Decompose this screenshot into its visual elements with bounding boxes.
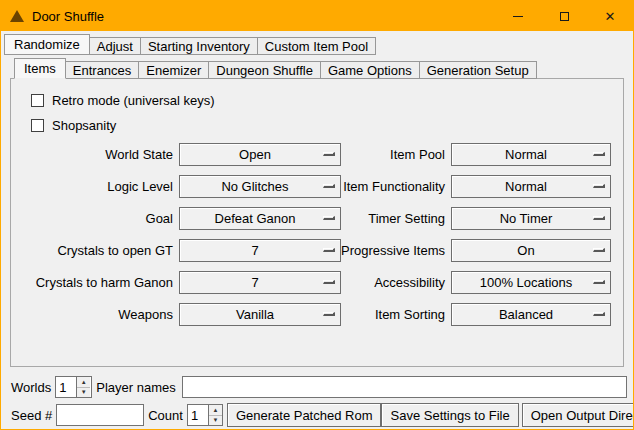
retro-mode-checkbox[interactable]	[31, 94, 44, 107]
tab-dungeon-shuffle[interactable]: Dungeon Shuffle	[208, 61, 321, 79]
shopsanity-row: Shopsanity	[31, 118, 613, 133]
dropdown-indicator-icon	[323, 312, 335, 316]
crystals-ganon-label: Crystals to harm Ganon	[23, 275, 173, 290]
dropdown-indicator-icon	[323, 216, 335, 220]
tab-entrances[interactable]: Entrances	[65, 61, 140, 79]
field-row: Crystals to open GT 7	[23, 239, 341, 262]
item-sorting-dropdown[interactable]: Balanced	[451, 303, 611, 326]
field-row: Item Functionality Normal	[341, 175, 611, 198]
tab-starting-inventory[interactable]: Starting Inventory	[140, 37, 258, 55]
worlds-label: Worlds	[11, 380, 51, 395]
field-row: Item Pool Normal	[341, 143, 611, 166]
item-functionality-dropdown[interactable]: Normal	[451, 175, 611, 198]
worlds-spin-buttons: ▲ ▼	[76, 377, 90, 397]
worlds-input[interactable]	[56, 377, 76, 397]
progressive-items-dropdown[interactable]: On	[451, 239, 611, 262]
spin-up-icon[interactable]: ▲	[77, 377, 90, 387]
count-label: Count	[148, 408, 183, 423]
outer-tabbar: Randomize Adjust Starting Inventory Cust…	[4, 34, 633, 55]
field-row: Item Sorting Balanced	[341, 303, 611, 326]
app-icon	[10, 10, 24, 22]
items-pane: Retro mode (universal keys) Shopsanity W…	[10, 78, 624, 367]
dropdown-indicator-icon	[593, 312, 605, 316]
seed-label: Seed #	[11, 408, 52, 423]
player-names-label: Player names	[96, 380, 175, 395]
tab-randomize[interactable]: Randomize	[4, 34, 90, 55]
minimize-button[interactable]	[495, 1, 541, 31]
shopsanity-label: Shopsanity	[52, 118, 116, 133]
minimize-icon	[513, 16, 523, 17]
goal-dropdown[interactable]: Defeat Ganon	[179, 207, 341, 230]
option-fields: World State Open Logic Level No Glitches…	[23, 143, 613, 335]
shopsanity-checkbox[interactable]	[31, 119, 44, 132]
item-sorting-label: Item Sorting	[341, 307, 445, 322]
dropdown-indicator-icon	[593, 248, 605, 252]
field-row: Accessibility 100% Locations	[341, 271, 611, 294]
world-state-label: World State	[23, 147, 173, 162]
timer-setting-dropdown[interactable]: No Timer	[451, 207, 611, 230]
dropdown-indicator-icon	[323, 184, 335, 188]
worlds-spinbox[interactable]: ▲ ▼	[55, 376, 92, 398]
dropdown-indicator-icon	[593, 184, 605, 188]
count-spin-buttons: ▲ ▼	[208, 405, 222, 425]
maximize-icon	[560, 12, 569, 21]
dropdown-indicator-icon	[593, 152, 605, 156]
dropdown-indicator-icon	[593, 216, 605, 220]
item-functionality-label: Item Functionality	[341, 179, 445, 194]
crystals-gt-label: Crystals to open GT	[23, 243, 173, 258]
dropdown-indicator-icon	[323, 280, 335, 284]
left-field-column: World State Open Logic Level No Glitches…	[23, 143, 341, 335]
crystals-gt-dropdown[interactable]: 7	[179, 239, 341, 262]
tab-game-options[interactable]: Game Options	[320, 61, 420, 79]
dropdown-indicator-icon	[323, 248, 335, 252]
accessibility-dropdown[interactable]: 100% Locations	[451, 271, 611, 294]
dropdown-indicator-icon	[593, 280, 605, 284]
inner-tabbar: Items Entrances Enemizer Dungeon Shuffle…	[14, 58, 633, 79]
seed-row: Seed # Count ▲ ▼ Generate Patched Rom Sa…	[7, 403, 627, 427]
crystals-ganon-dropdown[interactable]: 7	[179, 271, 341, 294]
goal-label: Goal	[23, 211, 173, 226]
logic-level-dropdown[interactable]: No Glitches	[179, 175, 341, 198]
retro-mode-label: Retro mode (universal keys)	[52, 93, 215, 108]
field-row: Progressive Items On	[341, 239, 611, 262]
player-names-input[interactable]	[182, 376, 627, 398]
progressive-items-label: Progressive Items	[341, 243, 445, 258]
weapons-label: Weapons	[23, 307, 173, 322]
field-row: Weapons Vanilla	[23, 303, 341, 326]
right-field-column: Item Pool Normal Item Functionality Norm…	[341, 143, 611, 335]
retro-mode-row: Retro mode (universal keys)	[31, 93, 613, 108]
field-row: Timer Setting No Timer	[341, 207, 611, 230]
close-icon: ✕	[605, 9, 616, 24]
generate-patched-rom-button[interactable]: Generate Patched Rom	[227, 403, 382, 427]
count-input[interactable]	[188, 405, 208, 425]
timer-setting-label: Timer Setting	[341, 211, 445, 226]
accessibility-label: Accessibility	[341, 275, 445, 290]
count-spinbox[interactable]: ▲ ▼	[187, 404, 223, 426]
titlebar[interactable]: Door Shuffle ✕	[1, 1, 633, 31]
field-row: World State Open	[23, 143, 341, 166]
item-pool-label: Item Pool	[341, 147, 445, 162]
open-output-directory-button[interactable]: Open Output Directory	[522, 403, 634, 427]
logic-level-label: Logic Level	[23, 179, 173, 194]
save-settings-button[interactable]: Save Settings to File	[381, 403, 518, 427]
tab-adjust[interactable]: Adjust	[89, 37, 141, 55]
close-button[interactable]: ✕	[587, 1, 633, 31]
window: Door Shuffle ✕ Randomize Adjust Starting…	[0, 0, 634, 430]
tab-items[interactable]: Items	[14, 58, 66, 79]
tab-enemizer[interactable]: Enemizer	[138, 61, 209, 79]
seed-input[interactable]	[56, 404, 144, 426]
spin-up-icon[interactable]: ▲	[209, 405, 222, 415]
spin-down-icon[interactable]: ▼	[77, 387, 90, 398]
world-state-dropdown[interactable]: Open	[179, 143, 341, 166]
item-pool-dropdown[interactable]: Normal	[451, 143, 611, 166]
weapons-dropdown[interactable]: Vanilla	[179, 303, 341, 326]
maximize-button[interactable]	[541, 1, 587, 31]
field-row: Logic Level No Glitches	[23, 175, 341, 198]
window-title: Door Shuffle	[32, 9, 104, 24]
spin-down-icon[interactable]: ▼	[209, 415, 222, 426]
tab-generation-setup[interactable]: Generation Setup	[419, 61, 537, 79]
field-row: Crystals to harm Ganon 7	[23, 271, 341, 294]
field-row: Goal Defeat Ganon	[23, 207, 341, 230]
tab-custom-item-pool[interactable]: Custom Item Pool	[257, 37, 376, 55]
dropdown-indicator-icon	[323, 152, 335, 156]
